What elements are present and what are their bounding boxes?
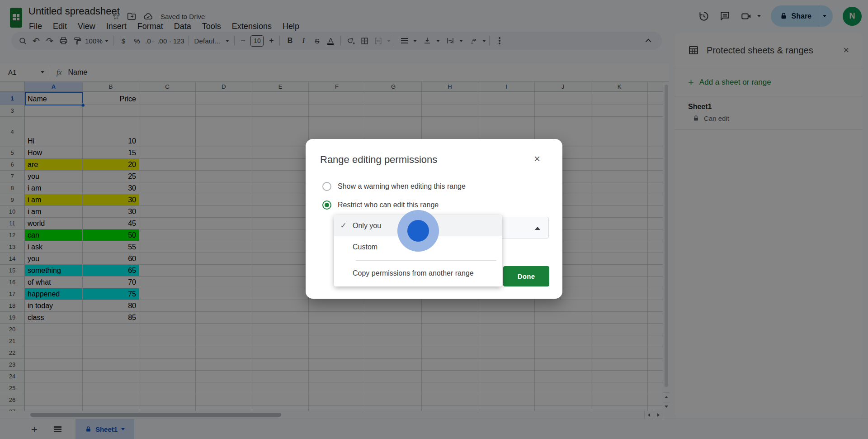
menu-item-copy-permissions[interactable]: Copy permissions from another range [334, 263, 502, 283]
dialog-close-icon[interactable]: × [534, 153, 540, 164]
menu-divider [356, 260, 496, 261]
dialog-title: Range editing permissions [320, 154, 437, 166]
radio-selected-icon[interactable] [322, 200, 331, 210]
click-indicator [397, 210, 439, 252]
google-sheets-app: Untitled spreadsheet ☆ Saved to Drive Fi… [0, 0, 868, 439]
radio-unselected-icon[interactable] [322, 182, 331, 191]
done-button[interactable]: Done [503, 266, 549, 286]
checkmark-icon: ✓ [334, 221, 353, 230]
radio-restrict-editing[interactable]: Restrict who can edit this range [322, 200, 439, 210]
radio-show-warning[interactable]: Show a warning when editing this range [322, 182, 466, 191]
dropdown-collapse-caret-icon[interactable] [535, 227, 540, 230]
